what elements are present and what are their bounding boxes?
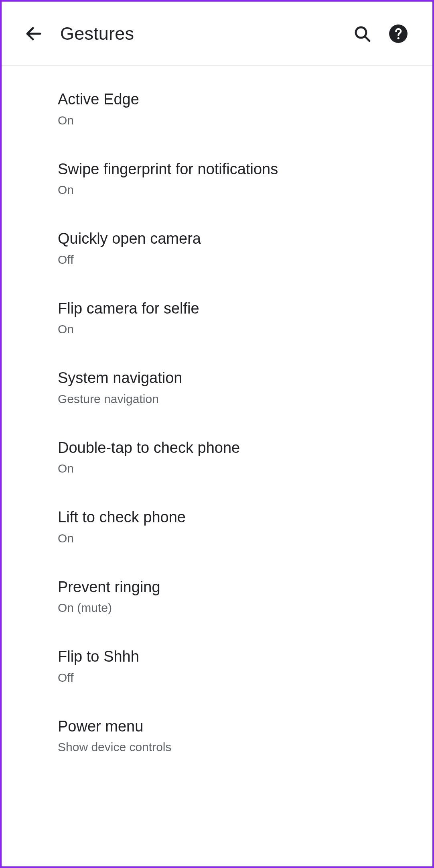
setting-lift-check[interactable]: Lift to check phone On <box>2 492 432 562</box>
setting-subtitle: Show device controls <box>58 740 416 754</box>
setting-title: Swipe fingerprint for notifications <box>58 160 416 179</box>
setting-swipe-fingerprint[interactable]: Swipe fingerprint for notifications On <box>2 144 432 214</box>
help-icon <box>388 24 408 44</box>
setting-title: System navigation <box>58 369 416 388</box>
setting-title: Lift to check phone <box>58 508 416 527</box>
arrow-left-icon <box>24 24 43 43</box>
setting-subtitle: On <box>58 322 416 336</box>
search-button[interactable] <box>344 16 380 52</box>
setting-title: Flip camera for selfie <box>58 299 416 318</box>
app-bar: Gestures <box>2 2 432 66</box>
settings-list: Active Edge On Swipe fingerprint for not… <box>2 66 432 770</box>
setting-title: Quickly open camera <box>58 229 416 249</box>
setting-title: Flip to Shhh <box>58 647 416 666</box>
search-icon <box>353 24 372 43</box>
setting-subtitle: On <box>58 461 416 476</box>
setting-subtitle: Gesture navigation <box>58 392 416 406</box>
help-button[interactable] <box>380 16 416 52</box>
setting-title: Active Edge <box>58 90 416 109</box>
setting-title: Double-tap to check phone <box>58 438 416 458</box>
setting-active-edge[interactable]: Active Edge On <box>2 74 432 144</box>
setting-power-menu[interactable]: Power menu Show device controls <box>2 701 432 771</box>
setting-subtitle: Off <box>58 253 416 267</box>
setting-quickly-open-camera[interactable]: Quickly open camera Off <box>2 213 432 283</box>
setting-flip-to-shhh[interactable]: Flip to Shhh Off <box>2 631 432 701</box>
setting-title: Prevent ringing <box>58 578 416 597</box>
setting-system-navigation[interactable]: System navigation Gesture navigation <box>2 352 432 422</box>
setting-prevent-ringing[interactable]: Prevent ringing On (mute) <box>2 562 432 632</box>
page-title: Gestures <box>60 23 344 44</box>
setting-subtitle: On (mute) <box>58 601 416 615</box>
setting-subtitle: On <box>58 113 416 128</box>
setting-double-tap-check[interactable]: Double-tap to check phone On <box>2 422 432 492</box>
setting-flip-camera-selfie[interactable]: Flip camera for selfie On <box>2 283 432 353</box>
setting-subtitle: Off <box>58 670 416 685</box>
setting-subtitle: On <box>58 183 416 197</box>
back-button[interactable] <box>19 19 48 48</box>
setting-title: Power menu <box>58 717 416 736</box>
setting-subtitle: On <box>58 531 416 546</box>
svg-point-3 <box>397 37 400 39</box>
svg-line-1 <box>365 37 369 41</box>
